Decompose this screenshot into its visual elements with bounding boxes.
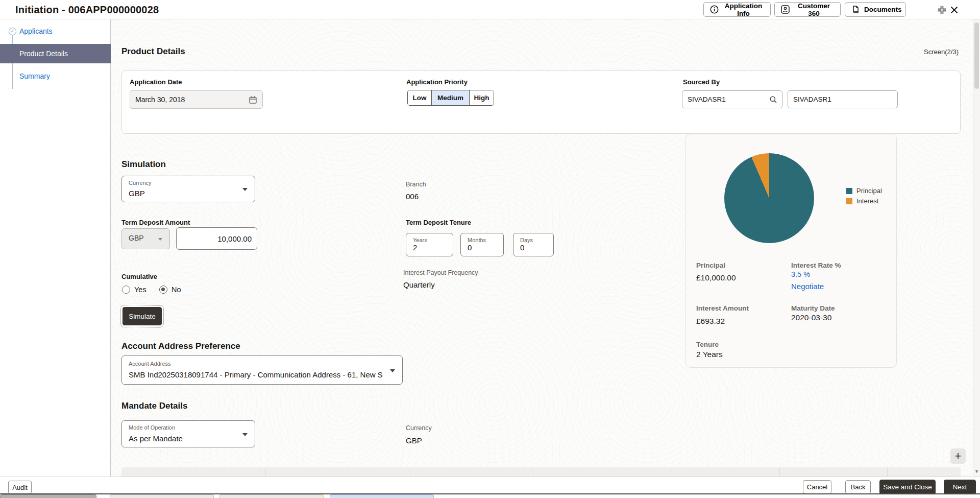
- mandate-currency-value: GBP: [406, 436, 422, 445]
- background-tab: [110, 494, 214, 498]
- application-date-value: March 30, 2018: [135, 96, 185, 104]
- tenure-months-input[interactable]: Months 0: [460, 233, 504, 256]
- tenure-months-label: Months: [468, 237, 486, 243]
- mandate-currency-label: Currency: [406, 424, 432, 432]
- next-button[interactable]: Next: [944, 480, 976, 494]
- active-step-dot-icon: [9, 50, 16, 58]
- scrollbar-thumb[interactable]: [974, 22, 979, 89]
- legend-item-interest: Interest: [846, 197, 878, 205]
- interest-payout-frequency-value: Quarterly: [403, 280, 435, 289]
- customer-360-button[interactable]: Customer 360: [774, 2, 841, 17]
- term-deposit-tenure-label: Term Deposit Tenure: [406, 219, 471, 226]
- sidebar-item-applicants[interactable]: ✓ Applicants: [0, 21, 111, 41]
- scroll-down-arrow-icon[interactable]: ▼: [974, 469, 979, 475]
- sidebar-item-summary[interactable]: Summary: [0, 66, 111, 86]
- application-details-card: Application Date March 30, 2018 Applicat…: [121, 70, 961, 134]
- plus-icon: +: [955, 449, 962, 463]
- close-icon[interactable]: [948, 4, 960, 15]
- sourced-by-label: Sourced By: [683, 78, 720, 86]
- calendar-icon[interactable]: [249, 96, 257, 106]
- footer-bar: Audit Cancel Back Save and Close Next: [0, 477, 980, 494]
- background-tab: [219, 494, 324, 498]
- customer-360-label: Customer 360: [794, 2, 834, 17]
- application-date-field[interactable]: March 30, 2018: [130, 90, 263, 109]
- radio-icon: [159, 286, 167, 294]
- tenure-stat-label: Tenure: [696, 341, 719, 348]
- tenure-years-label: Years: [413, 237, 427, 243]
- mandate-details-title: Mandate Details: [121, 401, 187, 411]
- sourced-by-value: SIVADASR1: [688, 96, 726, 103]
- interest-rate-stat-value: 3.5 %: [791, 270, 810, 278]
- amount-currency-value: GBP: [129, 234, 144, 242]
- mode-of-operation-select[interactable]: Mode of Operation As per Mandate: [121, 420, 255, 447]
- legend-label: Principal: [856, 187, 882, 195]
- tenure-months-value: 0: [468, 243, 472, 252]
- currency-select-value: GBP: [129, 189, 145, 198]
- simulation-title: Simulation: [121, 159, 166, 170]
- tenure-stat-value: 2 Years: [696, 350, 723, 359]
- pie-chart: [724, 153, 814, 243]
- check-circle-icon: ✓: [9, 28, 16, 35]
- background-tabs-strip: [0, 494, 980, 498]
- mode-of-operation-label: Mode of Operation: [129, 424, 175, 431]
- tenure-years-input[interactable]: Years 2: [406, 233, 453, 256]
- sidebar-item-label: Applicants: [19, 27, 53, 35]
- cumulative-no-radio[interactable]: No: [159, 286, 181, 294]
- documents-button[interactable]: Documents: [845, 2, 906, 17]
- principal-stat-value: £10,000.00: [696, 273, 736, 282]
- priority-segmented-control: Low Medium High: [407, 90, 494, 106]
- currency-select[interactable]: Currency GBP: [121, 176, 255, 202]
- wizard-sidebar: ✓ Applicants Product Details Summary: [0, 19, 111, 477]
- save-and-close-button[interactable]: Save and Close: [879, 480, 936, 494]
- maturity-date-stat-label: Maturity Date: [791, 304, 835, 312]
- window-title: Initiation - 006APP000000028: [15, 0, 159, 19]
- interest-rate-stat-label: Interest Rate %: [791, 262, 841, 269]
- search-icon[interactable]: [769, 96, 777, 105]
- branch-label: Branch: [406, 181, 426, 188]
- collapse-window-icon[interactable]: [936, 4, 947, 15]
- sidebar-item-product-details[interactable]: Product Details: [0, 44, 111, 63]
- interest-payout-frequency-label: Interest Payout Frequency: [403, 269, 478, 276]
- priority-option-medium[interactable]: Medium: [432, 90, 470, 105]
- negotiate-link[interactable]: Negotiate: [791, 282, 824, 291]
- priority-option-high[interactable]: High: [470, 90, 494, 105]
- tenure-days-label: Days: [520, 237, 533, 243]
- page-title: Product Details: [121, 46, 185, 57]
- account-address-select-label: Account Address: [129, 361, 171, 367]
- chevron-down-icon: [242, 188, 248, 191]
- term-deposit-amount-input[interactable]: 10,000.00: [176, 227, 257, 250]
- main-content: Product Details Screen(2/3) Application …: [111, 19, 980, 477]
- background-tab: [330, 494, 434, 498]
- currency-select-label: Currency: [129, 180, 152, 186]
- branch-value: 006: [406, 192, 419, 201]
- tenure-days-input[interactable]: Days 0: [513, 233, 554, 256]
- interest-amount-stat-value: £693.32: [696, 317, 725, 326]
- simulate-button[interactable]: Simulate: [122, 307, 162, 325]
- audit-button[interactable]: Audit: [8, 481, 32, 494]
- account-address-select[interactable]: Account Address SMB Ind20250318091744 - …: [121, 355, 403, 385]
- amount-currency-select[interactable]: GBP: [121, 228, 170, 249]
- tenure-days-value: 0: [520, 243, 524, 252]
- person-icon: [781, 5, 790, 14]
- sidebar-item-label: Product Details: [19, 50, 68, 58]
- cumulative-yes-label: Yes: [134, 286, 146, 294]
- cumulative-yes-radio[interactable]: Yes: [122, 286, 146, 294]
- legend-label: Interest: [856, 197, 878, 205]
- sourced-by-input[interactable]: SIVADASR1: [682, 90, 782, 108]
- account-address-title: Account Address Preference: [121, 341, 240, 351]
- info-icon: [710, 5, 719, 14]
- documents-label: Documents: [864, 6, 902, 13]
- background-tab: [0, 494, 96, 498]
- step-dot-icon: [9, 73, 16, 80]
- priority-option-low[interactable]: Low: [408, 90, 432, 105]
- legend-item-principal: Principal: [846, 187, 882, 195]
- cumulative-no-label: No: [172, 286, 181, 294]
- back-button[interactable]: Back: [845, 480, 871, 494]
- term-deposit-amount-label: Term Deposit Amount: [121, 219, 190, 226]
- sourced-by-name-field[interactable]: SIVADASR1: [788, 90, 898, 108]
- vertical-scrollbar[interactable]: ▼: [973, 19, 980, 477]
- cancel-button[interactable]: Cancel: [803, 480, 831, 494]
- add-row-button[interactable]: +: [950, 448, 966, 464]
- chevron-down-icon: [242, 433, 248, 436]
- application-info-button[interactable]: Application Info: [703, 2, 771, 17]
